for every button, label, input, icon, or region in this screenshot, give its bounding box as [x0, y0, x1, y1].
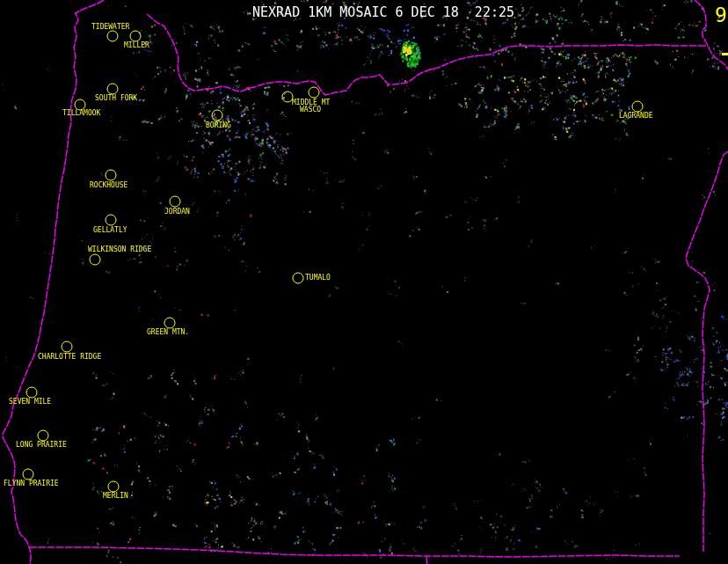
station-label: MILLER — [124, 42, 149, 49]
station-circle-icon — [309, 87, 320, 99]
station-label: TILLAMOOK — [62, 110, 100, 117]
station-label: MERLIN — [103, 493, 128, 500]
station-label: CHARLOTTE RIDGE — [38, 354, 101, 361]
nexrad-mosaic-viewer: TIDEWATERMILLERSOUTH FORKTILLAMOOKBORING… — [0, 0, 728, 564]
station-label: FLYNN PRAIRIE — [4, 480, 59, 487]
station-circle-icon — [23, 469, 34, 480]
station-circle-icon — [108, 481, 120, 493]
station-circle-icon — [107, 31, 119, 42]
station-label: LONG PRAIRIE — [16, 442, 67, 449]
station-circle-icon — [164, 318, 176, 329]
boundary-state-corner-tick — [426, 556, 427, 564]
station-label: WASCO — [300, 106, 321, 114]
station-circle-icon — [293, 273, 304, 284]
station-label: ROCKHOUSE — [90, 182, 127, 189]
station-circle-icon — [90, 254, 101, 266]
station-label: GELLATLY — [93, 227, 127, 234]
station-label: TIDEWATER — [91, 24, 129, 31]
station-circle-icon — [170, 196, 181, 208]
mosaic-title: NEXRAD 1KM MOSAIC 6 DEC 18 22:25 — [252, 6, 514, 19]
station-label: JORDAN — [164, 209, 190, 216]
boundary-columbia-river-border — [147, 14, 708, 95]
station-circle-icon — [62, 341, 73, 353]
station-label: SOUTH FORK — [95, 95, 137, 102]
boundary-east-border — [686, 151, 728, 552]
station-label: TUMALO — [305, 275, 331, 282]
station-circle-icon — [26, 387, 38, 399]
station-circle-icon — [106, 170, 117, 181]
station-label: SEVEN MILE — [9, 399, 51, 406]
station-label: WILKINSON RIDGE — [88, 246, 151, 253]
station-circle-icon — [212, 110, 223, 121]
clipped-edge-station-glyph: 9 — [715, 5, 727, 26]
boundary-south-border — [29, 547, 680, 557]
station-circle-icon — [106, 215, 117, 226]
station-circle-icon — [632, 101, 644, 113]
station-circle-icon — [130, 31, 142, 42]
station-label: GREEN MTN. — [147, 329, 189, 336]
station-label: LAGRANDE — [619, 113, 653, 120]
station-circle-icon — [107, 84, 119, 95]
clipped-edge-label-fragment — [722, 53, 728, 55]
station-label: BORING — [206, 122, 231, 129]
station-circle-icon — [38, 430, 49, 442]
